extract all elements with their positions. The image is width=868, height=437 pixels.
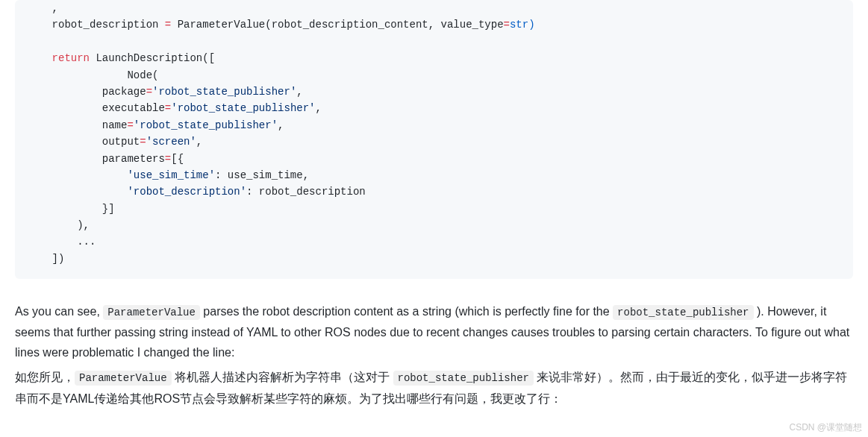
inline-code: robot_state_publisher [613, 305, 753, 320]
code-block: , robot_description = ParameterValue(rob… [15, 0, 853, 279]
explanation-paragraph-en: As you can see, ParameterValue parses th… [15, 301, 853, 362]
code-line: output='screen', [27, 136, 202, 148]
code-line: ... [27, 236, 96, 248]
code-line: Node( [27, 69, 158, 81]
watermark: CSDN @课堂随想 [789, 421, 862, 425]
text-fragment: parses the robot description content as … [200, 305, 613, 318]
text-fragment: 将机器人描述内容解析为字符串（这对于 [172, 371, 393, 383]
code-line: robot_description = ParameterValue(robot… [27, 19, 535, 31]
inline-code: robot_state_publisher [393, 371, 534, 386]
code-line: , [27, 2, 58, 14]
code-line: parameters=[{ [27, 153, 184, 165]
text-fragment: As you can see, [15, 305, 103, 318]
code-line: return LaunchDescription([ [27, 52, 215, 64]
code-line: package='robot_state_publisher', [27, 86, 303, 98]
code-line: 'robot_description': robot_description [27, 186, 366, 198]
code-line: ), [27, 219, 90, 231]
code-line: name='robot_state_publisher', [27, 119, 284, 131]
code-line: ]) [27, 253, 64, 265]
explanation-paragraph-cn: 如您所见，ParameterValue 将机器人描述内容解析为字符串（这对于 r… [15, 367, 853, 410]
code-line: executable='robot_state_publisher', [27, 102, 322, 114]
code-line: }] [27, 203, 115, 215]
inline-code: ParameterValue [75, 371, 172, 386]
code-line: 'use_sim_time': use_sim_time, [27, 169, 309, 181]
text-fragment: 如您所见， [15, 371, 75, 383]
inline-code: ParameterValue [103, 305, 200, 320]
